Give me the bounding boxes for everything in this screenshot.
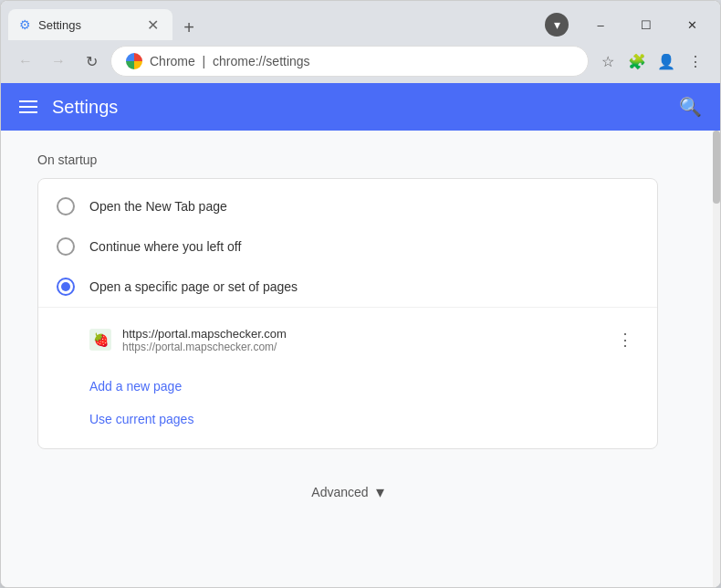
radio-label-new-tab: Open the New Tab page [89, 199, 227, 214]
radio-label-continue: Continue where you left off [89, 239, 241, 254]
settings-content: On startup Open the New Tab page Continu… [1, 131, 720, 587]
extensions-button[interactable]: 🧩 [623, 47, 651, 75]
hamburger-line-1 [19, 100, 37, 102]
settings-search-icon[interactable]: 🔍 [679, 96, 702, 118]
reload-button[interactable]: ↻ [78, 47, 105, 75]
url-main: https://portal.mapschecker.com [122, 327, 611, 341]
radio-circle-specific [57, 278, 75, 296]
chrome-logo-icon [126, 53, 142, 69]
hamburger-line-3 [19, 111, 37, 113]
bookmark-button[interactable]: ☆ [594, 47, 622, 75]
tab-strip: ⚙ Settings ✕ + [8, 9, 538, 40]
section-title: On startup [37, 152, 658, 167]
radio-circle-continue [57, 237, 75, 256]
options-card: Open the New Tab page Continue where you… [37, 178, 658, 449]
use-current-pages-button[interactable]: Use current pages [89, 404, 639, 434]
address-text: Chrome | chrome://settings [150, 54, 310, 68]
url-entry: 🍓 https://portal.mapschecker.com https:/… [89, 319, 639, 361]
settings-page-title: Settings [52, 97, 118, 118]
url-display: chrome://settings [213, 54, 310, 68]
dropdown-indicator[interactable]: ▾ [545, 13, 569, 37]
actions-section: Add a new page Use current pages [38, 368, 657, 441]
url-sub: https://portal.mapschecker.com/ [122, 341, 611, 353]
scrollbar-thumb[interactable] [713, 131, 720, 204]
radio-circle-new-tab [57, 197, 75, 215]
toolbar-icons: ☆ 🧩 👤 ⋮ [594, 47, 709, 75]
address-bar: ← → ↻ Chrome | chrome://settings ☆ 🧩 👤 ⋮ [1, 41, 720, 83]
radio-option-continue[interactable]: Continue where you left off [38, 226, 657, 267]
chevron-down-icon: ▾ [376, 482, 384, 502]
tab-icon: ⚙ [19, 17, 31, 32]
active-tab[interactable]: ⚙ Settings ✕ [8, 9, 172, 40]
add-new-page-button[interactable]: Add a new page [89, 372, 639, 401]
minimize-button[interactable]: – [580, 9, 622, 40]
menu-button[interactable]: ⋮ [682, 47, 709, 75]
url-more-button[interactable]: ⋮ [611, 326, 639, 353]
dropdown-arrow-icon: ▾ [554, 17, 560, 32]
advanced-section[interactable]: Advanced ▾ [37, 464, 658, 520]
site-favicon: 🍓 [89, 329, 111, 351]
maximize-button[interactable]: ☐ [625, 9, 667, 40]
settings-header: Settings 🔍 [1, 83, 720, 131]
advanced-label: Advanced [311, 485, 368, 499]
settings-inner: On startup Open the New Tab page Continu… [1, 131, 695, 542]
close-button[interactable]: ✕ [671, 9, 713, 40]
back-button[interactable]: ← [12, 47, 39, 75]
new-tab-button[interactable]: + [176, 15, 202, 40]
favicon-icon: 🍓 [93, 332, 109, 347]
browser-frame: ⚙ Settings ✕ + ▾ – ☐ ✕ ← → ↻ Chrome | ch… [0, 0, 721, 588]
title-bar: ⚙ Settings ✕ + ▾ – ☐ ✕ [1, 1, 720, 41]
tab-close-button[interactable]: ✕ [143, 16, 162, 34]
settings-header-left: Settings [19, 97, 118, 118]
chrome-brand-label: Chrome [150, 54, 195, 68]
tab-title: Settings [38, 18, 136, 32]
radio-option-new-tab[interactable]: Open the New Tab page [38, 186, 657, 226]
url-texts: https://portal.mapschecker.com https://p… [122, 327, 611, 353]
window-controls: – ☐ ✕ [580, 9, 713, 40]
startup-url-section: 🍓 https://portal.mapschecker.com https:/… [38, 307, 657, 368]
profile-button[interactable]: 👤 [653, 47, 680, 75]
hamburger-line-2 [19, 106, 37, 108]
forward-button[interactable]: → [45, 47, 72, 75]
radio-option-specific[interactable]: Open a specific page or set of pages [38, 267, 657, 307]
radio-label-specific: Open a specific page or set of pages [89, 279, 298, 294]
scrollbar-track[interactable] [713, 131, 720, 587]
address-input[interactable]: Chrome | chrome://settings [110, 46, 589, 77]
hamburger-menu-button[interactable] [19, 100, 37, 113]
